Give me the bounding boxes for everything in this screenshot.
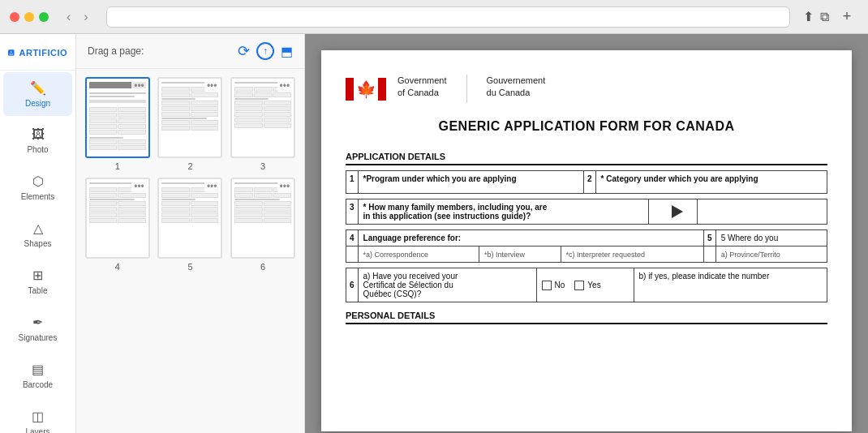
page-thumb-4[interactable]: ••• 4 [84,178,151,272]
sidebar: ARTIFICIO ✏️ Design 🖼 Photo ⬡ Elements △… [0,34,76,433]
field-family: * How many family members, including you… [358,199,648,225]
nav-buttons: ‹ › [62,8,93,26]
page-menu-3[interactable]: ••• [277,80,293,92]
page-thumb-2[interactable]: ••• [157,77,224,171]
browser-chrome: ‹ › ⬆ ⧉ + [0,0,868,34]
sidebar-item-elements[interactable]: ⬡ Elements [3,165,72,209]
checkbox-no[interactable] [542,281,552,290]
page-thumb-3[interactable]: ••• [230,77,296,171]
play-button-icon [672,205,683,218]
back-button[interactable]: ‹ [62,8,75,26]
sidebar-item-shapes[interactable]: △ Shapes [3,212,72,256]
field-program-label: *Program under which you are applying [363,174,578,183]
browser-actions: ⬆ ⧉ + [803,6,858,28]
field-csq-number: b) if yes, please indicate the number [634,268,827,302]
sidebar-label-signatures: Signatures [19,333,58,342]
share-button[interactable]: ⬆ [803,6,814,28]
field-number-3: 3 [346,199,359,225]
page-thumb-img-3: ••• [230,77,295,158]
add-tab-button[interactable]: + [836,6,858,28]
gov-text-fr: Gouvernementdu Canada [487,75,546,103]
sidebar-label-elements: Elements [21,192,55,201]
forward-button[interactable]: › [79,8,92,26]
sidebar-item-photo[interactable]: 🖼 Photo [3,119,72,162]
checkbox-yes[interactable] [574,281,584,290]
address-bar[interactable] [106,6,790,28]
field-family-answer [698,199,827,225]
layers-icon: ◫ [32,409,44,424]
upload-button[interactable]: ↑ [256,42,274,60]
field-number-4: 4 [346,230,359,247]
table-row: 3 * How many family members, including y… [346,199,827,225]
sidebar-item-barcode[interactable]: ▤ Barcode [3,354,72,397]
table-row: 4 Language preference for: 5 5 Where do … [346,230,827,247]
page-thumb-img-5: ••• [157,178,222,259]
maple-leaf-icon: 🍁 [354,79,378,99]
field-4c-label: *c) Interpreter requested [566,251,646,259]
page-menu-4[interactable]: ••• [131,181,147,192]
logo-icon [8,44,15,62]
page-menu-6[interactable]: ••• [277,181,293,192]
page-thumb-5[interactable]: ••• 5 [157,178,224,272]
minimize-button[interactable] [24,12,34,22]
sidebar-item-layers[interactable]: ◫ Layers [3,401,72,433]
signatures-icon: ✒ [32,315,43,330]
logo-area: ARTIFICIO [0,34,75,71]
canada-flag-logo: 🍁 Governmentof Canada Gouvernementdu Can… [346,75,545,103]
close-button[interactable] [10,12,19,22]
design-icon: ✏️ [30,80,46,96]
field-4b-label: *b) Interview [484,251,525,259]
table-row: *a) Correspondence *b) Interview *c) Int… [346,247,827,263]
page-thumb-label-3: 3 [260,161,265,171]
application-details-header: APPLICATION DETAILS [346,152,827,165]
sidebar-item-table[interactable]: ⊞ Table [3,259,72,303]
canada-flag-icon: 🍁 [346,78,386,101]
pages-panel: Drag a page: ⟳ ↑ ⬒ ••• [76,34,305,433]
page-thumb-label-4: 4 [115,262,120,272]
table-row: 1 *Program under which you are applying … [346,171,827,194]
field-number-2: 2 [584,171,596,194]
personal-details-header: PERSONAL DETAILS [346,311,827,324]
field-number-1: 1 [346,171,359,194]
form-table-1: 1 *Program under which you are applying … [346,170,827,194]
field-4a-spacer [346,247,359,263]
document-page: 🍁 Governmentof Canada Gouvernementdu Can… [321,50,852,431]
page-thumb-6[interactable]: ••• 6 [230,178,296,272]
form-table-4: 6 a) Have you received yourCertificat de… [346,268,827,302]
page-thumb-img-2: ••• [157,77,222,158]
sidebar-item-signatures[interactable]: ✒ Signatures [3,307,72,350]
page-thumb-1[interactable]: ••• [84,77,151,171]
page-menu-2[interactable]: ••• [204,80,220,92]
page-menu-5[interactable]: ••• [204,181,220,192]
shapes-icon: △ [33,221,43,236]
pages-grid: ••• [76,69,304,280]
page-thumb-label-2: 2 [187,161,192,171]
refresh-button[interactable]: ⟳ [238,42,250,60]
table-icon: ⊞ [32,268,43,283]
field-program: *Program under which you are applying [358,171,583,194]
sidebar-label-layers: Layers [25,427,49,433]
gov-text-en: Governmentof Canada [397,75,447,103]
field-5a-label: a) Province/Territo [721,251,780,259]
logo-text: ARTIFICIO [19,48,68,58]
export-button[interactable]: ⬒ [281,42,293,60]
field-language-header: Language preference for: [358,230,704,247]
field-5a: a) Province/Territo [715,247,827,263]
photo-icon: 🖼 [32,127,45,142]
field-csq-choices: No Yes [536,268,634,302]
duplicate-tab-button[interactable]: ⧉ [820,6,829,28]
label-yes: Yes [587,281,600,289]
page-menu-1[interactable]: ••• [131,80,147,92]
elements-icon: ⬡ [32,174,44,189]
document-title: GENERIC APPLICATION FORM FOR CANADA [346,119,827,134]
sidebar-label-shapes: Shapes [24,239,52,248]
pages-header: Drag a page: ⟳ ↑ ⬒ [76,34,304,69]
sidebar-item-design[interactable]: ✏️ Design [3,72,72,116]
maximize-button[interactable] [39,12,49,22]
page-thumb-label-1: 1 [115,161,120,171]
field-number-6: 6 [346,268,359,302]
field-family-play [649,199,698,225]
gov-divider [466,75,467,103]
sidebar-label-table: Table [28,286,48,295]
page-thumb-img-6: ••• [230,178,295,259]
